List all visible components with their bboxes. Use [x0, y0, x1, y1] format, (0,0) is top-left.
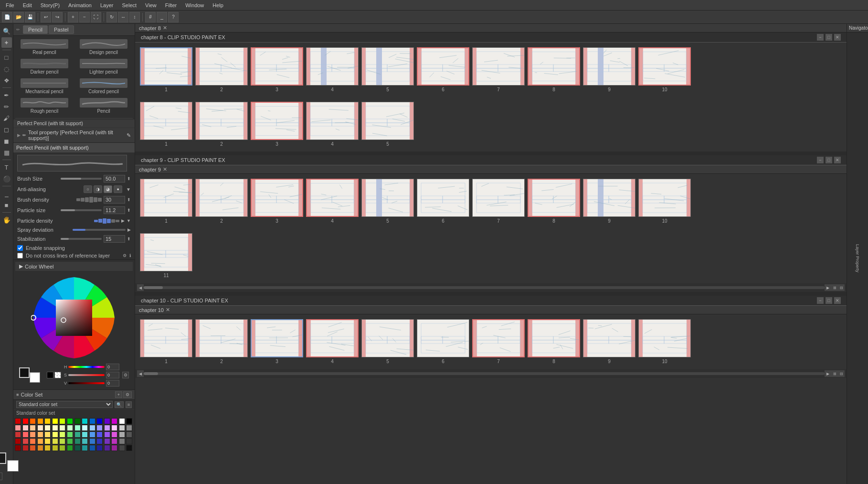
sub-tool-tab-pastel[interactable]: Pastel: [49, 25, 74, 34]
thumb-item-ch10-row1-8[interactable]: 8: [528, 319, 580, 364]
tool-fill[interactable]: ◼: [1, 136, 12, 146]
tool-eraser[interactable]: ◻: [1, 124, 12, 135]
chapter8-tab-close[interactable]: ✕: [163, 25, 167, 31]
thumb-item-ch9-row1-6[interactable]: 6: [417, 179, 469, 224]
color-swatch-66[interactable]: [30, 445, 36, 451]
color-swatch-65[interactable]: [22, 445, 29, 451]
do-not-cross-settings[interactable]: ⚙: [123, 253, 127, 258]
color-swatch-41[interactable]: [82, 431, 88, 438]
aa-weak[interactable]: ◑: [94, 185, 102, 193]
thumb-item-ch8-row1-8[interactable]: 8: [528, 47, 580, 92]
color-swatch-50[interactable]: [30, 438, 36, 444]
menu-edit[interactable]: Edit: [19, 1, 36, 9]
sat-slider[interactable]: [68, 374, 105, 376]
color-swatch-40[interactable]: [74, 431, 81, 438]
thumb-item-ch9-row1-4[interactable]: 4: [306, 179, 359, 224]
color-swatch-11[interactable]: [96, 418, 103, 424]
toolbar-grid[interactable]: #: [145, 12, 156, 22]
particle-size-input[interactable]: [104, 206, 125, 214]
color-swatch-63[interactable]: [126, 438, 132, 444]
chapter8-tab-label[interactable]: chapter 8: [139, 25, 161, 31]
toolbar-save[interactable]: 💾: [25, 12, 35, 22]
color-swatch-20[interactable]: [44, 425, 51, 431]
color-swatch-46[interactable]: [119, 431, 125, 438]
toolbar-help[interactable]: ?: [168, 12, 179, 22]
color-swatch-79[interactable]: [126, 445, 132, 451]
color-swatch-17[interactable]: [22, 425, 29, 431]
chapter10-minimize[interactable]: −: [817, 297, 824, 304]
brush-density-input[interactable]: [104, 196, 125, 204]
ch9-page-prev[interactable]: ⊞: [831, 284, 838, 291]
color-set-search[interactable]: 🔍: [115, 401, 124, 408]
aa-none[interactable]: ○: [84, 185, 92, 193]
sub-tool-pencil[interactable]: Pencil: [74, 97, 133, 115]
toolbar-fit[interactable]: ⛶: [91, 12, 101, 22]
stabilization-input[interactable]: [104, 235, 125, 243]
color-swatch-18[interactable]: [30, 425, 36, 431]
brush-size-slider[interactable]: [61, 178, 102, 180]
color-swatch-12[interactable]: [104, 418, 110, 424]
thumb-item-ch8-row1-9[interactable]: 9: [583, 47, 635, 92]
spray-deviation-slider[interactable]: [73, 229, 126, 231]
chapter9-maximize[interactable]: □: [826, 157, 832, 163]
spray-deviation-expand[interactable]: ▶: [127, 227, 131, 232]
thumb-item-ch9-row1-3[interactable]: 3: [251, 179, 303, 224]
sub-tool-real-pencil[interactable]: Real pencil: [15, 38, 74, 56]
chapter9-close[interactable]: ✕: [834, 157, 841, 163]
color-swatch-2[interactable]: [30, 418, 36, 424]
color-swatch-72[interactable]: [74, 445, 81, 451]
color-swatch-6[interactable]: [59, 418, 65, 424]
color-swatch-38[interactable]: [59, 431, 65, 438]
menu-file[interactable]: File: [2, 1, 18, 9]
thumb-item-ch8-row2-5[interactable]: 5: [361, 102, 414, 147]
sub-tool-lighter-pencil[interactable]: Lighter pencil: [74, 57, 133, 76]
thumb-item-ch9-row1-5[interactable]: 5: [361, 179, 414, 224]
tool-zoom[interactable]: 🔍: [1, 26, 12, 36]
particle-size-slider[interactable]: [61, 209, 102, 211]
toolbar-flip-h[interactable]: ↔: [118, 12, 128, 22]
color-swatch-4[interactable]: [44, 418, 51, 424]
color-swatch-16[interactable]: [15, 425, 21, 431]
color-swatch-13[interactable]: [111, 418, 117, 424]
toolbar-redo[interactable]: ↪: [52, 12, 63, 22]
tool-pencil[interactable]: ✏: [1, 101, 12, 112]
chapter10-tab-close[interactable]: ✕: [166, 307, 170, 313]
thumb-item-ch10-row1-1[interactable]: 1: [140, 319, 192, 364]
color-swatch-68[interactable]: [44, 445, 51, 451]
navigator-tab[interactable]: Navigator: [847, 24, 868, 32]
color-settings-btn[interactable]: ⚙: [122, 372, 129, 378]
color-swatch-47[interactable]: [126, 431, 132, 438]
color-swatch-49[interactable]: [22, 438, 29, 444]
brush-density-spinner[interactable]: ⬆: [127, 197, 131, 202]
thumb-item-ch10-row1-3[interactable]: 3: [251, 319, 303, 364]
color-swatch-51[interactable]: [37, 438, 43, 444]
color-swatch-3[interactable]: [37, 418, 43, 424]
color-swatch-26[interactable]: [89, 425, 95, 431]
tool-select-lasso[interactable]: ◌: [1, 64, 12, 74]
thumb-item-ch8-row2-3[interactable]: 3: [251, 102, 303, 147]
color-swatch-61[interactable]: [111, 438, 117, 444]
color-swatch-56[interactable]: [74, 438, 81, 444]
toolbar-zoom-in[interactable]: +: [68, 12, 78, 22]
color-swatch-69[interactable]: [52, 445, 58, 451]
thumb-item-ch9-row1-1[interactable]: 1: [140, 179, 192, 224]
ch9-scroll-right[interactable]: ▶: [825, 284, 831, 291]
color-set-list[interactable]: ≡: [126, 401, 132, 408]
color-set-settings[interactable]: ⚙: [123, 391, 132, 398]
thumb-item-ch9-row1-9[interactable]: 9: [583, 179, 635, 224]
tool-property-edit-icon[interactable]: ✎: [127, 132, 131, 139]
color-swatch-70[interactable]: [59, 445, 65, 451]
color-swatch-31[interactable]: [126, 425, 132, 431]
tool-color-pick[interactable]: 🖐: [1, 215, 12, 225]
chapter9-minimize[interactable]: −: [817, 157, 824, 163]
ch10-scroll-left[interactable]: ◀: [137, 370, 144, 377]
color-wheel-svg[interactable]: [31, 275, 117, 361]
thumb-item-ch9-row1-10[interactable]: 10: [638, 179, 691, 224]
color-swatch-15[interactable]: [126, 418, 132, 424]
tool-text[interactable]: T: [1, 162, 12, 172]
color-swatch-74[interactable]: [89, 445, 95, 451]
toolbar-new[interactable]: 📄: [2, 12, 12, 22]
thumb-item-ch8-row1-2[interactable]: 2: [195, 47, 248, 92]
thumb-item-ch8-row1-7[interactable]: 7: [472, 47, 525, 92]
color-swatch-21[interactable]: [52, 425, 58, 431]
